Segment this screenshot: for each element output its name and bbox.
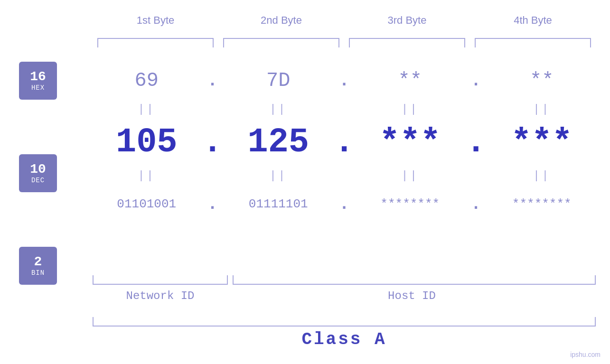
top-bracket-2 bbox=[223, 38, 339, 47]
hex-cell-2: 7D bbox=[225, 69, 333, 92]
host-id-label: Host ID bbox=[228, 289, 596, 302]
content-area: 69 . 7D . ** . ** || || || || bbox=[93, 47, 596, 223]
dec-val-1: 105 bbox=[116, 123, 178, 162]
byte-header-3: 3rd Byte bbox=[344, 14, 470, 27]
bin-number: 2 bbox=[34, 255, 42, 270]
class-label: Class A bbox=[93, 330, 596, 349]
eq2-2: || bbox=[225, 169, 333, 182]
eq2-1: || bbox=[93, 169, 201, 182]
main-container: 1st Byte 2nd Byte 3rd Byte 4th Byte 16 H… bbox=[0, 0, 610, 364]
bin-val-2: 01111101 bbox=[249, 197, 308, 211]
hex-val-4: ** bbox=[530, 69, 554, 92]
equals-row-2: || || || || bbox=[93, 166, 596, 185]
host-bracket bbox=[233, 275, 596, 285]
byte-header-4: 4th Byte bbox=[470, 14, 596, 27]
hex-dot-1: . bbox=[201, 71, 225, 91]
eq2-4: || bbox=[488, 169, 596, 182]
top-bracket-1 bbox=[97, 38, 214, 47]
dec-row: 105 . 125 . *** . *** bbox=[93, 119, 596, 166]
base-labels: 16 HEX 10 DEC 2 BIN bbox=[19, 62, 57, 285]
dec-val-4: *** bbox=[511, 123, 572, 162]
bottom-brackets bbox=[93, 275, 596, 285]
bin-cell-2: 01111101 bbox=[225, 197, 333, 211]
bracket-gap bbox=[228, 275, 233, 285]
bin-dot-2: . bbox=[332, 195, 356, 214]
bin-dot-1: . bbox=[201, 195, 225, 214]
top-brackets bbox=[93, 38, 596, 47]
top-bracket-4 bbox=[475, 38, 591, 47]
hex-dot-3: . bbox=[464, 71, 488, 91]
big-bracket bbox=[93, 317, 596, 327]
hex-badge: 16 HEX bbox=[19, 62, 57, 100]
bin-name: BIN bbox=[31, 269, 45, 277]
bin-badge: 2 BIN bbox=[19, 247, 57, 285]
network-id-label: Network ID bbox=[93, 289, 228, 302]
dec-badge: 10 DEC bbox=[19, 154, 57, 192]
eq-2: || bbox=[225, 103, 333, 116]
bin-dot-3: . bbox=[464, 195, 488, 214]
hex-number: 16 bbox=[30, 70, 46, 84]
bin-cell-1: 01101001 bbox=[93, 197, 201, 211]
dec-number: 10 bbox=[30, 162, 46, 177]
hex-cell-3: ** bbox=[356, 69, 464, 92]
byte-header-1: 1st Byte bbox=[93, 14, 218, 27]
dec-name: DEC bbox=[31, 177, 45, 184]
bin-cell-3: ******** bbox=[356, 197, 464, 211]
bin-val-1: 01101001 bbox=[117, 197, 176, 211]
dec-dot-3: . bbox=[464, 123, 488, 162]
equals-row-1: || || || || bbox=[93, 100, 596, 119]
network-bracket bbox=[93, 275, 228, 285]
hex-row: 69 . 7D . ** . ** bbox=[93, 62, 596, 100]
eq-1: || bbox=[93, 103, 201, 116]
top-bracket-3 bbox=[349, 38, 465, 47]
watermark: ipshu.com bbox=[570, 351, 601, 358]
id-labels: Network ID Host ID bbox=[93, 289, 596, 302]
dec-val-2: 125 bbox=[247, 123, 309, 162]
bin-val-4: ******** bbox=[512, 197, 572, 211]
hex-cell-1: 69 bbox=[93, 69, 201, 92]
dec-cell-2: 125 bbox=[225, 123, 333, 162]
eq2-3: || bbox=[356, 169, 464, 182]
hex-val-2: 7D bbox=[266, 69, 290, 92]
dec-cell-1: 105 bbox=[93, 123, 201, 162]
dec-dot-1: . bbox=[201, 123, 225, 162]
eq-4: || bbox=[488, 103, 596, 116]
dec-cell-3: *** bbox=[356, 123, 464, 162]
hex-val-1: 69 bbox=[135, 69, 159, 92]
dec-val-3: *** bbox=[379, 123, 441, 162]
eq-3: || bbox=[356, 103, 464, 116]
bin-val-3: ******** bbox=[380, 197, 440, 211]
dec-dot-2: . bbox=[332, 123, 356, 162]
hex-dot-2: . bbox=[332, 71, 356, 91]
dec-cell-4: *** bbox=[488, 123, 596, 162]
hex-name: HEX bbox=[31, 84, 45, 92]
bin-row: 01101001 . 01111101 . ******** . *******… bbox=[93, 185, 596, 223]
hex-val-3: ** bbox=[398, 69, 422, 92]
byte-headers: 1st Byte 2nd Byte 3rd Byte 4th Byte bbox=[93, 14, 596, 27]
hex-cell-4: ** bbox=[488, 69, 596, 92]
byte-header-2: 2nd Byte bbox=[218, 14, 344, 27]
bin-cell-4: ******** bbox=[488, 197, 596, 211]
